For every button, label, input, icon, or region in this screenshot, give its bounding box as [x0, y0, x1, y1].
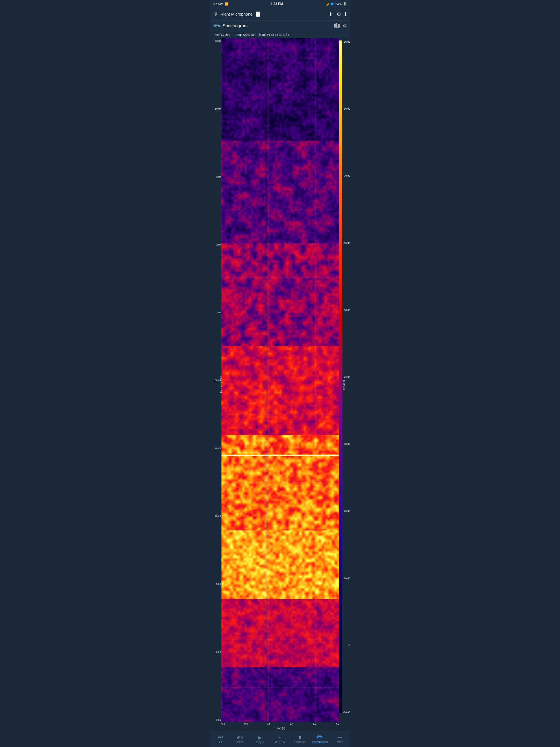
bluetooth-icon: 🔷	[330, 2, 334, 6]
more-label: More	[337, 741, 343, 743]
info-bar: Time: 1.700 s Freq: 320.0 Hz Mag: 84.63 …	[210, 31, 350, 38]
input-source-label: Right Microphone	[221, 12, 253, 17]
octave-icon	[237, 735, 243, 740]
scale-label-40: 40.00	[343, 376, 350, 379]
scale-label-50: 50.00	[343, 309, 350, 311]
y-label-1k: 1.0k	[210, 311, 221, 314]
y-label-2k: 2.0k	[210, 243, 221, 246]
y-label-10: 10.0	[210, 719, 221, 721]
nav-item-more[interactable]: ••• More	[330, 735, 350, 744]
y-label-50: 50.0	[210, 583, 221, 585]
x-label-32: 3.2	[313, 722, 316, 727]
x-label-0: 0.0	[222, 722, 225, 727]
svg-rect-8	[242, 737, 243, 739]
toolbar-left: 🎙 Right Microphone ▶	[213, 11, 260, 17]
spectrogram-canvas[interactable]	[222, 38, 339, 722]
carrier-label: No SIM	[213, 2, 223, 5]
nav-item-recorder[interactable]: ⏺ Recorder	[290, 735, 310, 744]
nav-item-octave[interactable]: Octave	[230, 735, 250, 744]
svg-rect-6	[239, 736, 240, 739]
scale-label-80: 80.00	[343, 107, 350, 110]
freq-readout: Freq: 320.0 Hz	[235, 33, 255, 36]
y-label-100: 100.0	[210, 515, 221, 518]
color-scale-title: dB SPL pk	[343, 380, 346, 390]
share-button[interactable]: ⬆	[329, 11, 333, 17]
status-right: 🌙 🔷 63% 🔋	[325, 2, 347, 6]
bottom-nav: FFT Octave ▶ Player ✂ MultiTool ⏺	[210, 731, 350, 747]
recorder-label: Recorder	[295, 741, 306, 743]
color-bar	[339, 41, 342, 713]
svg-rect-3	[338, 24, 339, 27]
spectrogram-label: Spectrogram	[312, 741, 328, 743]
svg-rect-1	[336, 24, 337, 27]
view-title: Spectrogram	[223, 24, 248, 28]
display-settings-button[interactable]: ⚙	[343, 23, 347, 28]
color-scale: 90.00 80.00 70.00 60.00 50.00 40.00 30.0…	[339, 38, 350, 731]
info-button[interactable]: ℹ	[345, 11, 347, 17]
status-bar: No SIM 📶 4:22 PM 🌙 🔷 63% 🔋	[210, 0, 350, 8]
scale-label-60: 60.00	[343, 242, 350, 244]
player-label: Player	[256, 741, 264, 744]
scale-label-70: 70.00	[343, 175, 350, 177]
settings-button[interactable]: ⚙	[337, 11, 341, 17]
scale-label-30: 30.00	[343, 443, 350, 445]
nav-item-spectrogram[interactable]: Spectrogram	[310, 735, 330, 744]
multitool-label: MultiTool	[275, 741, 285, 744]
time-readout: Time: 1.700 s	[212, 33, 230, 36]
sec-toolbar-right: ⚙	[334, 23, 347, 29]
recorder-icon: ⏺	[298, 735, 302, 740]
spectrogram-plot[interactable]	[222, 38, 339, 722]
scale-label-10: 10.00	[343, 577, 350, 579]
secondary-toolbar: Spectrogram ⚙	[210, 21, 350, 31]
toolbar-right: ⬆ ⚙ ℹ	[329, 11, 347, 17]
x-label-24: 2.4	[290, 722, 294, 727]
svg-rect-7	[240, 736, 241, 739]
chart-type-button[interactable]	[334, 23, 340, 29]
player-icon: ▶	[258, 735, 262, 740]
nav-item-fft[interactable]: FFT	[210, 735, 230, 744]
scale-label-neg10: -10.00	[343, 711, 350, 714]
top-toolbar: 🎙 Right Microphone ▶ ⬆ ⚙ ℹ	[210, 8, 350, 21]
scale-label-90: 90.00	[343, 41, 350, 43]
y-label-200: 200.0	[210, 447, 221, 450]
y-label-20: 20.0	[210, 651, 221, 653]
x-axis-labels: 0.0 0.8 1.6 2.4 3.2 4.0	[222, 722, 339, 727]
svg-rect-5	[238, 736, 239, 739]
y-label-500: 500.0	[210, 379, 221, 382]
x-label-08: 0.8	[244, 722, 248, 727]
signal-icon	[213, 23, 221, 29]
x-label-16: 1.6	[267, 722, 271, 727]
y-label-5k: 5.0k	[210, 176, 221, 178]
mic-icon: 🎙	[213, 11, 218, 17]
nav-item-multitool[interactable]: ✂ MultiTool	[270, 735, 290, 744]
octave-label: Octave	[236, 741, 245, 743]
scale-label-20: 20.00	[343, 510, 350, 512]
y-axis: 20.0k 10.0k 5.0k 2.0k 1.0k 500.0 200.0 1…	[210, 38, 222, 731]
status-left: No SIM 📶	[213, 2, 229, 6]
status-time: 4:22 PM	[271, 2, 283, 6]
main-content: 20.0k 10.0k 5.0k 2.0k 1.0k 500.0 200.0 1…	[210, 38, 350, 731]
scale-label-0: 0	[343, 644, 350, 647]
fft-label: FFT	[218, 741, 222, 743]
spectrogram-area[interactable]: 0.0 0.8 1.6 2.4 3.2 4.0 Time (s)	[222, 38, 339, 731]
y-label-20k: 20.0k	[210, 40, 221, 42]
svg-rect-0	[334, 24, 335, 27]
more-icon: •••	[338, 735, 342, 740]
mag-readout: Mag: 84.63 dB SPL pk	[259, 33, 289, 36]
multitool-icon: ✂	[278, 735, 282, 740]
svg-rect-2	[337, 25, 338, 27]
x-axis-title: Time (s)	[222, 727, 339, 731]
x-label-40: 4.0	[335, 722, 339, 727]
battery-label: 63%	[335, 2, 341, 5]
moon-icon: 🌙	[325, 2, 329, 6]
spectrogram-icon	[316, 735, 323, 740]
nav-item-player[interactable]: ▶ Player	[250, 735, 270, 744]
play-button[interactable]: ▶	[256, 11, 260, 17]
battery-icon: 🔋	[343, 2, 347, 6]
sec-toolbar-left: Spectrogram	[213, 23, 248, 29]
wifi-icon: 📶	[225, 2, 229, 6]
y-label-10k: 10.0k	[210, 108, 221, 110]
fft-icon	[217, 735, 223, 740]
svg-rect-4	[237, 737, 238, 739]
